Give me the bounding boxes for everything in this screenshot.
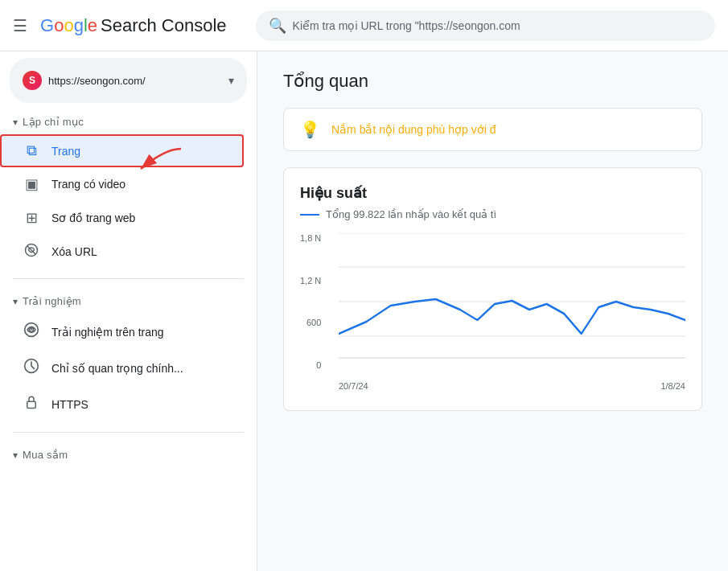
logo-o1: o (54, 15, 64, 35)
xoa-url-label: Xóa URL (51, 245, 97, 258)
mua-sam-arrow: ▾ (13, 450, 18, 461)
y-label-zero: 0 (300, 360, 321, 370)
sidebar-item-trang-co-video[interactable]: ▣ Trang có video (0, 167, 247, 201)
so-do-label: Sơ đồ trang web (51, 212, 135, 224)
trai-nghiem-arrow: ▾ (13, 296, 18, 307)
chart-line (339, 299, 685, 334)
svg-rect-6 (27, 401, 36, 408)
sidebar-item-chi-so-quan-trong[interactable]: Chỉ số quan trọng chính... (0, 350, 247, 386)
tip-card[interactable]: 💡 Nắm bắt nội dung phù hợp với đ (283, 108, 702, 151)
header: ☰ Google Search Console 🔍 Kiểm tra mọi U… (0, 0, 728, 51)
y-label-mid: 1,2 N (300, 276, 321, 286)
sidebar: S https://seongon.com/ ▾ ▾ Lập chỉ mục ⧉… (0, 51, 257, 571)
chart-svg (339, 233, 685, 370)
section-lap-chi-muc-label: Lập chỉ mục (23, 116, 84, 128)
https-icon (23, 394, 40, 414)
page-title: Tổng quan (283, 71, 702, 92)
menu-icon[interactable]: ☰ (13, 16, 27, 35)
trang-co-video-label: Trang có video (51, 178, 125, 191)
section-lap-chi-muc: ▾ Lập chỉ mục ⧉ Trang ▣ Trang có video ⊞… (0, 109, 257, 269)
y-label-low: 600 (300, 318, 321, 327)
logo: Google Search Console (40, 15, 227, 36)
chart-x-labels: 20/7/24 1/8/24 (339, 378, 685, 394)
section-mua-sam: ▾ Mua sắm (0, 442, 257, 467)
trai-nghiem-tren-trang-label: Trải nghiệm trên trang (51, 326, 164, 339)
chart-svg-container (339, 233, 685, 370)
site-dropdown-icon: ▾ (228, 74, 234, 87)
site-favicon: S (23, 71, 42, 90)
sidebar-item-trang[interactable]: ⧉ Trang (0, 134, 244, 167)
search-bar[interactable]: 🔍 Kiểm tra mọi URL trong "https://seongo… (256, 10, 715, 41)
logo-google: Google (40, 15, 97, 36)
trang-label: Trang (51, 145, 80, 158)
y-label-top: 1,8 N (300, 233, 321, 243)
logo-e: e (88, 15, 97, 35)
section-mua-sam-header[interactable]: ▾ Mua sắm (0, 442, 257, 467)
tip-text: Nắm bắt nội dung phù hợp với đ (331, 123, 496, 136)
trang-co-video-icon: ▣ (23, 175, 40, 193)
divider-1 (13, 278, 244, 279)
section-collapse-arrow: ▾ (13, 117, 18, 128)
chart-y-labels: 1,8 N 1,2 N 600 0 (300, 233, 327, 370)
site-selector[interactable]: S https://seongon.com/ ▾ (10, 58, 247, 103)
so-do-icon: ⊞ (23, 209, 40, 227)
performance-chart: 1,8 N 1,2 N 600 0 (300, 233, 685, 394)
logo-g2: g (74, 15, 84, 35)
trai-nghiem-tren-trang-icon (23, 322, 40, 342)
performance-card: Hiệu suất Tổng 99.822 lần nhấp vào kết q… (283, 167, 702, 411)
legend-line (300, 214, 319, 216)
performance-legend: Tổng 99.822 lần nhấp vào kết quả tì (300, 208, 685, 220)
sidebar-item-xoa-url[interactable]: Xóa URL (0, 235, 247, 269)
search-icon: 🔍 (269, 17, 286, 35)
logo-g: G (40, 15, 54, 35)
section-trai-nghiem-header[interactable]: ▾ Trải nghiệm (0, 289, 257, 314)
trang-icon: ⧉ (23, 142, 40, 159)
section-trai-nghiem: ▾ Trải nghiệm Trải nghiệm trên trang (0, 289, 257, 422)
mua-sam-label: Mua sắm (23, 449, 68, 461)
site-url-label: https://seongon.com/ (48, 75, 222, 87)
https-label: HTTPS (51, 398, 88, 411)
x-label-end: 1/8/24 (660, 381, 685, 391)
main-content: Tổng quan 💡 Nắm bắt nội dung phù hợp với… (257, 51, 728, 571)
section-lap-chi-muc-header[interactable]: ▾ Lập chỉ mục (0, 109, 257, 134)
sidebar-item-trai-nghiem-tren-trang[interactable]: Trải nghiệm trên trang (0, 314, 247, 350)
logo-search-console: Search Console (101, 15, 227, 36)
sidebar-item-https[interactable]: HTTPS (0, 386, 247, 422)
body: S https://seongon.com/ ▾ ▾ Lập chỉ mục ⧉… (0, 51, 728, 571)
legend-text: Tổng 99.822 lần nhấp vào kết quả tì (326, 208, 496, 220)
xoa-url-icon (23, 243, 40, 261)
chi-so-label: Chỉ số quan trọng chính... (51, 362, 183, 375)
tip-icon: 💡 (300, 120, 320, 139)
divider-2 (13, 432, 244, 433)
performance-title: Hiệu suất (300, 184, 685, 202)
trai-nghiem-label: Trải nghiệm (23, 295, 81, 307)
sidebar-item-so-do-trang-web[interactable]: ⊞ Sơ đồ trang web (0, 201, 247, 235)
search-placeholder-text: Kiểm tra mọi URL trong "https://seongon.… (293, 19, 520, 32)
chi-so-icon (23, 358, 40, 378)
logo-o2: o (64, 15, 73, 35)
x-label-start: 20/7/24 (339, 381, 368, 391)
